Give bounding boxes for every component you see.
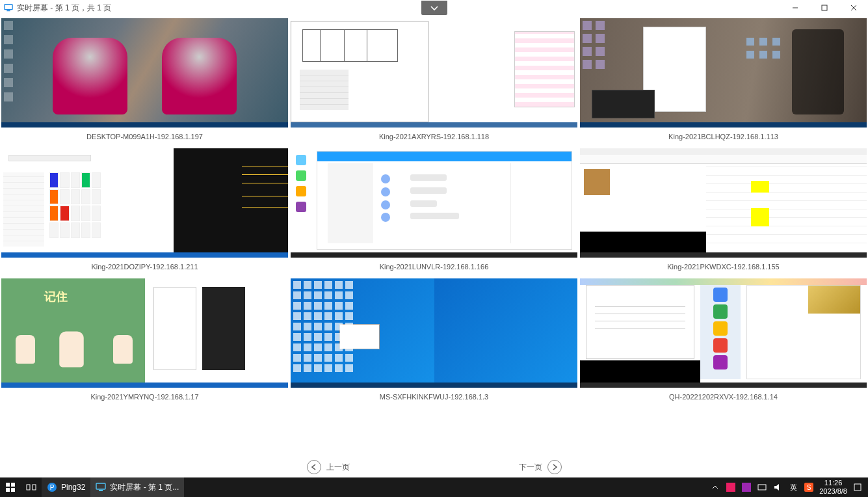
svg-rect-16 — [758, 485, 766, 490]
svg-rect-5 — [11, 483, 15, 487]
tray-sogou-icon[interactable]: S — [804, 482, 814, 492]
screen-thumbnail[interactable] — [291, 278, 577, 388]
screen-label: King-2021AXRYRS-192.168.1.118 — [291, 133, 577, 146]
taskbar-app-ping32[interactable]: P Ping32 — [42, 477, 90, 497]
arrow-left-icon — [307, 460, 321, 474]
arrow-right-icon — [547, 460, 562, 474]
screen-cell: QH-20221202RXVX-192.168.1.14 — [580, 278, 867, 406]
svg-rect-3 — [822, 5, 827, 10]
prev-page-label: 上一页 — [326, 462, 350, 473]
taskbar-app-realtime-screen[interactable]: 实时屏幕 - 第 1 页... — [90, 477, 184, 497]
taskbar-app-label: Ping32 — [61, 483, 85, 492]
monitor-icon — [96, 482, 106, 492]
title-bar: 实时屏幕 - 第 1 页，共 1 页 — [0, 0, 868, 16]
cartoon-heading: 记住 — [44, 289, 68, 304]
svg-rect-4 — [6, 483, 10, 487]
screen-label: MS-SXFHKINKFWUJ-192.168.1.3 — [291, 393, 577, 406]
tray-clock[interactable]: 11:26 2023/8/8 — [819, 479, 847, 496]
svg-rect-1 — [7, 10, 10, 12]
screen-label: King-2021DOZIPY-192.168.1.211 — [1, 263, 288, 276]
svg-rect-15 — [742, 483, 751, 492]
tray-volume-icon[interactable] — [772, 482, 783, 492]
svg-rect-9 — [33, 485, 36, 490]
screen-cell: MS-SXFHKINKFWUJ-192.168.1.3 — [291, 278, 577, 406]
window-controls — [780, 0, 868, 16]
system-tray: 英 S 11:26 2023/8/8 — [710, 479, 868, 496]
screen-cell: King-2021BCLHQZ-192.168.1.113 — [580, 18, 867, 146]
screen-grid: DESKTOP-M099A1H-192.168.1.197 King-2021A… — [1, 18, 867, 406]
next-page-button[interactable]: 下一页 — [519, 460, 562, 474]
task-view-button[interactable] — [21, 477, 42, 497]
screen-thumbnail[interactable]: 记住 — [1, 278, 288, 388]
screen-thumbnail[interactable] — [580, 18, 867, 128]
screen-label: King-2021PKWDXC-192.168.1.155 — [580, 263, 867, 276]
screen-thumbnail[interactable] — [291, 18, 577, 128]
taskbar: P Ping32 实时屏幕 - 第 1 页... 英 S 11:26 2023/… — [0, 477, 868, 497]
screen-cell: King-2021PKWDXC-192.168.1.155 — [580, 148, 867, 276]
collapse-toolbar-button[interactable] — [421, 1, 447, 15]
svg-rect-6 — [6, 488, 10, 492]
screen-thumbnail[interactable] — [291, 148, 577, 258]
monitor-icon — [4, 3, 13, 12]
taskbar-app-label: 实时屏幕 - 第 1 页... — [110, 482, 179, 493]
start-button[interactable] — [0, 477, 21, 497]
svg-rect-13 — [99, 490, 103, 491]
screen-cell: 记住 King-2021YMRYNQ-192.168.1.17 — [1, 278, 288, 406]
screen-label: King-2021YMRYNQ-192.168.1.17 — [1, 393, 288, 406]
screen-cell: King-2021LUNVLR-192.168.1.166 — [291, 148, 577, 276]
svg-rect-0 — [5, 5, 12, 10]
close-button[interactable] — [839, 0, 868, 16]
screen-grid-container: DESKTOP-M099A1H-192.168.1.197 King-2021A… — [0, 16, 868, 459]
ping32-icon: P — [47, 482, 57, 492]
tray-ime-indicator[interactable]: 英 — [788, 482, 798, 492]
tray-time: 11:26 — [819, 479, 847, 487]
tray-notifications-icon[interactable] — [852, 482, 863, 492]
svg-text:P: P — [50, 484, 55, 491]
screen-thumbnail[interactable] — [580, 278, 867, 388]
screen-thumbnail[interactable] — [1, 18, 288, 128]
screen-cell: King-2021DOZIPY-192.168.1.211 — [1, 148, 288, 276]
svg-rect-12 — [96, 483, 105, 489]
maximize-button[interactable] — [809, 0, 839, 16]
tray-date: 2023/8/8 — [819, 487, 847, 496]
prev-page-button[interactable]: 上一页 — [307, 460, 350, 474]
svg-rect-8 — [27, 485, 30, 490]
svg-rect-7 — [11, 488, 15, 492]
window-title: 实时屏幕 - 第 1 页，共 1 页 — [17, 3, 111, 14]
screen-label: King-2021BCLHQZ-192.168.1.113 — [580, 133, 867, 146]
screen-thumbnail[interactable] — [1, 148, 288, 258]
svg-rect-14 — [726, 483, 735, 492]
next-page-label: 下一页 — [519, 462, 542, 473]
svg-text:S: S — [807, 484, 811, 491]
screen-cell: DESKTOP-M099A1H-192.168.1.197 — [1, 18, 288, 146]
screen-label: QH-20221202RXVX-192.168.1.14 — [580, 393, 867, 406]
screen-label: King-2021LUNVLR-192.168.1.166 — [291, 263, 577, 276]
minimize-button[interactable] — [780, 0, 809, 16]
tray-network-icon[interactable] — [757, 482, 767, 492]
tray-app-icon[interactable] — [741, 482, 752, 492]
pagination: 上一页 下一页 — [0, 459, 868, 475]
tray-chevron-up-icon[interactable] — [710, 482, 720, 492]
screen-thumbnail[interactable] — [580, 148, 867, 258]
screen-cell: King-2021AXRYRS-192.168.1.118 — [291, 18, 577, 146]
screen-label: DESKTOP-M099A1H-192.168.1.197 — [1, 133, 288, 146]
tray-app-icon[interactable] — [726, 482, 736, 492]
svg-rect-19 — [854, 484, 861, 490]
